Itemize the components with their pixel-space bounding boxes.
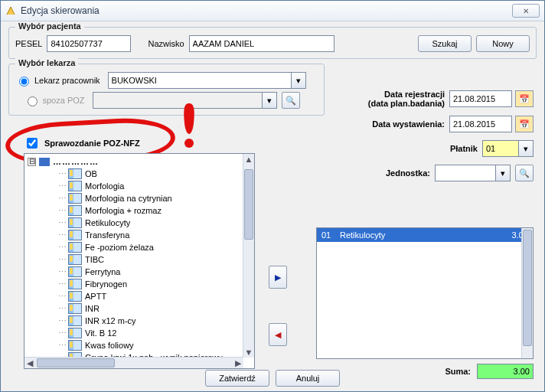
chevron-down-icon[interactable]: ▾ (519, 140, 534, 157)
radio-outside[interactable]: spoza POZ (24, 94, 85, 106)
tree-item[interactable]: ⋯Morfologia + rozmaz (24, 204, 243, 217)
payer-row: Płatnik ▾ (304, 140, 534, 157)
surname-input[interactable] (189, 35, 335, 52)
scroll-thumb[interactable] (37, 358, 115, 368)
issue-date-row: Data wystawienia: 📅 (304, 116, 534, 132)
tree-item-label: Kwas foliowy (85, 341, 134, 350)
tree-item[interactable]: ⋯Transferyna (24, 229, 243, 241)
confirm-button[interactable]: Zatwierdź (205, 370, 269, 387)
scroll-down-icon[interactable]: ▼ (243, 347, 254, 358)
chevron-down-icon[interactable]: ▾ (496, 165, 511, 181)
tree-item[interactable]: ⋯Vit. B 12 (24, 327, 243, 339)
scroll-left-icon[interactable]: ◀ (24, 358, 35, 368)
tree-item-label: Fibrynogen (85, 279, 127, 289)
test-icon (68, 279, 82, 289)
search-button[interactable]: Szukaj (418, 35, 472, 52)
add-button[interactable]: ▶ (269, 266, 287, 289)
radio-outside-label: spoza POZ (43, 96, 85, 105)
remove-button[interactable]: ◀ (269, 323, 287, 346)
pesel-label: PESEL (15, 39, 42, 48)
radio-worker-input[interactable] (19, 77, 29, 87)
reg-date-input[interactable] (449, 90, 512, 107)
tree-item-label: APTT (85, 292, 106, 301)
chevron-down-icon[interactable]: ▾ (263, 92, 277, 109)
radio-worker-label: Lekarz pracownik (34, 76, 100, 85)
tree-item-label: Ferrytyna (85, 267, 120, 276)
tree-item-label: Morfologia (85, 181, 124, 191)
scroll-thumb[interactable] (244, 169, 253, 240)
cancel-button[interactable]: Anuluj (276, 370, 340, 387)
unit-combo[interactable] (435, 165, 496, 181)
tree-item-label: INR x12 m-cy (85, 316, 136, 325)
doctor-legend: Wybór lekarza (15, 58, 78, 67)
collapse-icon[interactable]: ⊟ (28, 158, 36, 166)
tree-item[interactable]: ⋯INR (24, 302, 243, 315)
tree-item-label: Retikulocyty (85, 218, 130, 227)
window-close-button[interactable]: ✕ (512, 4, 540, 18)
selected-row[interactable]: 01Retikulocyty3.00 (317, 228, 533, 242)
selected-panel[interactable]: 01Retikulocyty3.00 (316, 227, 534, 359)
surname-label: Nazwisko (148, 39, 184, 48)
tree-item-label: Transferyna (85, 230, 129, 240)
tree-connector: ⋯ (58, 243, 67, 253)
selected-vscrollbar[interactable] (521, 228, 533, 358)
test-icon (68, 217, 82, 228)
selected-name: Retikulocyty (340, 230, 494, 240)
folder-icon (39, 158, 50, 166)
tree-item[interactable]: ⋯INR x12 m-cy (24, 315, 243, 327)
reg-date-label-1: Data rejestracji (368, 90, 445, 99)
issue-date-input[interactable] (449, 116, 512, 132)
payer-label: Płatnik (450, 144, 478, 153)
test-icon (68, 315, 82, 326)
radio-outside-input[interactable] (28, 96, 38, 106)
tree-vscrollbar[interactable]: ▲ ▼ (243, 154, 254, 358)
tree-hscrollbar[interactable]: ◀ ▶ (24, 357, 243, 368)
tree-item-label: Morfologia na cytrynian (85, 194, 172, 203)
tree-connector: ⋯ (58, 169, 67, 179)
tree-root-item[interactable]: ⊟ …………… (24, 155, 243, 168)
tree-item[interactable]: ⋯Kwas foliowy (24, 339, 243, 351)
tree-item[interactable]: ⋯Morfologia (24, 180, 243, 192)
payer-combo[interactable] (482, 140, 519, 157)
new-button[interactable]: Nowy (476, 35, 530, 52)
binoculars-icon[interactable]: 🔍 (282, 92, 300, 109)
unit-label: Jednostka: (386, 168, 430, 178)
calendar-icon[interactable]: 📅 (515, 90, 534, 107)
scroll-thumb[interactable] (523, 230, 532, 346)
tree-item[interactable]: ⋯Ferrytyna (24, 266, 243, 278)
tree-item[interactable]: ⋯Retikulocyty (24, 217, 243, 229)
doctor-worker-combo[interactable] (108, 72, 292, 89)
doctor-outside-combo[interactable] (93, 92, 263, 109)
test-icon (68, 242, 82, 253)
poz-nfz-checkbox[interactable] (27, 138, 38, 149)
tests-tree[interactable]: ⊟ …………… ⋯OB⋯Morfologia⋯Morfologia na cyt… (24, 153, 255, 369)
binoculars-icon[interactable]: 🔍 (515, 165, 534, 181)
test-icon (68, 340, 82, 351)
radio-worker[interactable]: Lekarz pracownik (15, 74, 100, 87)
test-icon (68, 230, 82, 240)
tree-root-label: …………… (53, 157, 99, 166)
tree-connector: ⋯ (58, 279, 67, 289)
test-icon (68, 168, 82, 179)
scroll-right-icon[interactable]: ▶ (233, 358, 243, 368)
calendar-icon[interactable]: 📅 (515, 116, 534, 132)
tree-item[interactable]: ⋯Morfologia na cytrynian (24, 192, 243, 204)
tree-item[interactable]: ⋯TIBC (24, 253, 243, 266)
tree-connector: ⋯ (58, 316, 67, 326)
tree-item[interactable]: ⋯OB (24, 168, 243, 180)
meta-panel: Data rejestracji (data plan.badania) 📅 D… (304, 82, 534, 181)
chevron-left-icon: ◀ (275, 330, 281, 340)
poz-nfz-label: Sprawozdanie POZ-NFZ (44, 139, 140, 148)
tree-item-label: OB (85, 169, 97, 178)
reg-date-label-2: (data plan.badania) (368, 99, 445, 108)
scroll-up-icon[interactable]: ▲ (243, 154, 254, 165)
footer: Zatwierdź Anuluj (1, 370, 544, 387)
patient-legend: Wybór pacjenta (15, 21, 84, 31)
tree-item[interactable]: ⋯APTT (24, 290, 243, 302)
poz-nfz-row: Sprawozdanie POZ-NFZ (24, 136, 140, 151)
pesel-input[interactable] (47, 35, 131, 52)
tree-item[interactable]: ⋯Fe -poziom żelaza (24, 241, 243, 253)
tree-item[interactable]: ⋯Fibrynogen (24, 278, 243, 290)
test-icon (68, 254, 82, 265)
tree-connector: ⋯ (58, 230, 67, 240)
